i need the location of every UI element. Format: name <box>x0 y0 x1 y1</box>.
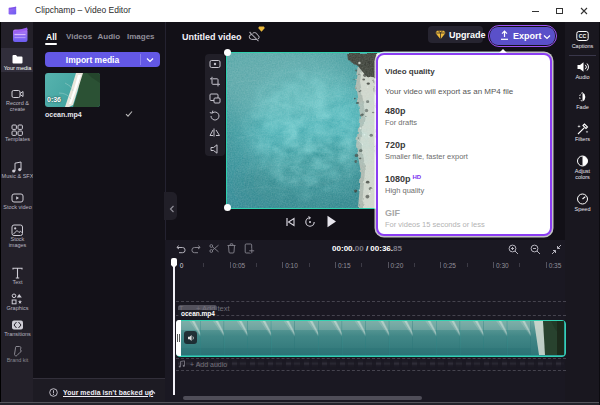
svg-text:CC: CC <box>579 33 587 39</box>
